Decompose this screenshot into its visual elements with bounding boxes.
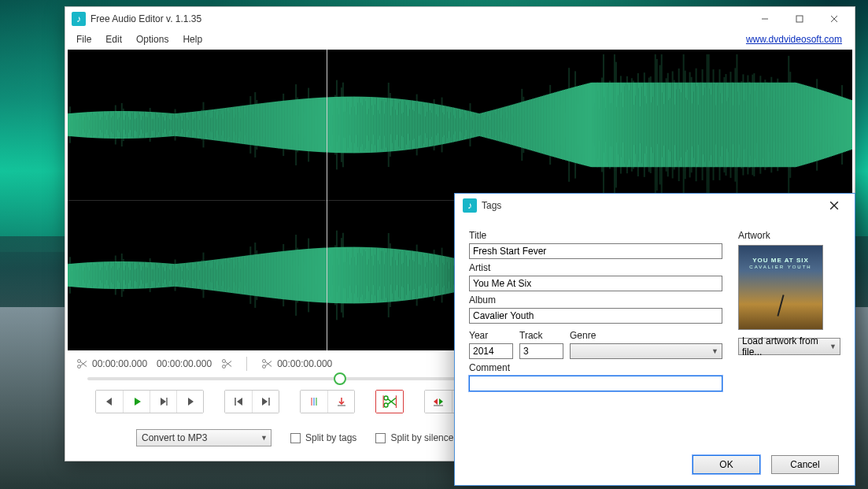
svg-rect-167	[195, 112, 197, 139]
svg-rect-249	[259, 103, 260, 146]
album-field[interactable]	[469, 308, 722, 324]
load-artwork-combo[interactable]: Load artwork from file... ▼	[738, 338, 840, 355]
dialog-close-button[interactable]	[818, 194, 850, 217]
svg-rect-935	[797, 83, 799, 167]
svg-rect-525	[475, 113, 477, 136]
svg-rect-187	[210, 109, 212, 140]
svg-rect-605	[538, 97, 540, 153]
svg-rect-761	[661, 83, 663, 167]
trim-start-button[interactable]	[425, 391, 452, 413]
svg-rect-463	[427, 102, 429, 146]
svg-rect-1283	[286, 250, 287, 299]
svg-rect-965	[821, 90, 822, 159]
svg-rect-323	[317, 98, 319, 152]
svg-rect-215	[232, 107, 234, 143]
convert-format-combo[interactable]: Convert to MP3 ▼	[136, 429, 271, 446]
play-selection-button[interactable]	[150, 391, 176, 413]
svg-rect-1021	[80, 263, 82, 287]
menubar: File Edit Options Help www.dvdvideosoft.…	[65, 31, 855, 48]
svg-rect-855	[734, 83, 736, 167]
close-button[interactable]	[817, 8, 851, 30]
svg-rect-583	[521, 102, 523, 147]
comment-field[interactable]	[469, 376, 722, 391]
menu-help[interactable]: Help	[176, 32, 209, 46]
split-by-silence-checkbox[interactable]: Split by silence	[375, 432, 453, 443]
svg-rect-1451	[418, 252, 419, 299]
svg-rect-697	[611, 83, 612, 167]
svg-rect-343	[333, 97, 334, 153]
artist-field[interactable]	[469, 276, 722, 291]
skip-end-button[interactable]	[252, 391, 279, 413]
svg-rect-701	[614, 83, 615, 167]
maximize-button[interactable]	[782, 8, 817, 30]
svg-rect-185	[209, 109, 210, 139]
app-icon: ♪	[463, 198, 477, 213]
svg-rect-631	[559, 91, 560, 159]
svg-rect-107	[148, 112, 150, 138]
svg-rect-29	[87, 112, 88, 137]
svg-point-2005	[78, 365, 81, 369]
svg-rect-1273	[278, 252, 279, 299]
svg-rect-1305	[303, 249, 305, 301]
svg-rect-547	[493, 109, 494, 139]
svg-rect-1041	[96, 262, 98, 289]
forward-button[interactable]	[176, 391, 203, 413]
play-button[interactable]	[123, 391, 150, 413]
svg-rect-1471	[434, 254, 435, 296]
svg-rect-365	[350, 97, 352, 154]
svg-rect-769	[667, 83, 669, 167]
svg-rect-813	[702, 83, 704, 167]
svg-rect-1171	[198, 261, 200, 289]
site-link[interactable]: www.dvdvideosoft.com	[746, 34, 850, 45]
svg-rect-105	[146, 112, 148, 138]
svg-rect-519	[471, 112, 472, 138]
menu-file[interactable]: File	[70, 32, 98, 46]
ok-button[interactable]: OK	[693, 455, 760, 474]
svg-rect-1053	[105, 261, 107, 289]
svg-marker-2016	[106, 398, 112, 406]
rewind-button[interactable]	[96, 391, 123, 413]
svg-rect-1381	[363, 247, 364, 303]
svg-rect-991	[841, 97, 843, 153]
svg-rect-1135	[170, 264, 172, 287]
cancel-button[interactable]: Cancel	[771, 455, 839, 474]
svg-rect-1445	[413, 251, 415, 299]
svg-rect-131	[167, 113, 168, 136]
svg-rect-1113	[153, 262, 154, 288]
menu-options[interactable]: Options	[130, 32, 175, 46]
svg-rect-971	[826, 91, 827, 157]
track-field[interactable]	[519, 343, 563, 359]
cut-button[interactable]	[376, 391, 403, 413]
svg-rect-1417	[391, 249, 393, 302]
svg-rect-845	[726, 83, 728, 167]
svg-rect-21	[80, 113, 82, 137]
svg-rect-1347	[336, 247, 338, 303]
menu-edit[interactable]: Edit	[99, 32, 128, 46]
svg-rect-1425	[397, 249, 399, 301]
minimize-button[interactable]	[748, 8, 782, 30]
download-button[interactable]	[327, 391, 354, 413]
svg-rect-581	[519, 102, 521, 147]
svg-rect-533	[482, 113, 483, 137]
svg-rect-647	[571, 87, 573, 162]
svg-rect-373	[356, 97, 358, 154]
chevron-down-icon: ▼	[711, 347, 718, 355]
genre-combo[interactable]: ▼	[570, 343, 722, 359]
split-by-tags-checkbox[interactable]: Split by tags	[290, 432, 356, 443]
skip-start-button[interactable]	[225, 391, 252, 413]
svg-rect-941	[802, 84, 803, 165]
playhead[interactable]	[327, 50, 327, 350]
selection-start-time: 00:00:00.000	[92, 358, 147, 369]
title-field[interactable]	[469, 243, 722, 259]
svg-rect-345	[334, 97, 336, 153]
svg-rect-297	[297, 99, 298, 150]
svg-rect-219	[235, 106, 237, 143]
svg-rect-957	[814, 88, 816, 161]
slider-thumb[interactable]	[334, 372, 346, 385]
svg-rect-485	[445, 106, 446, 143]
marker-button[interactable]	[301, 391, 327, 413]
svg-rect-827	[713, 83, 715, 167]
year-field[interactable]	[469, 343, 513, 359]
svg-rect-1011	[72, 264, 74, 287]
svg-rect-1213	[231, 257, 232, 293]
